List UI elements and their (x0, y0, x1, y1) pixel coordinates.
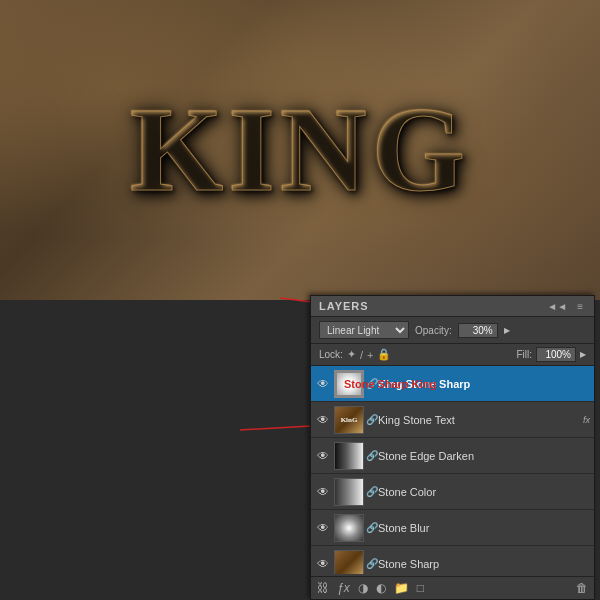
layer-chain: 🔗 (368, 514, 376, 542)
add-adjustment-button[interactable]: ◐ (376, 581, 386, 595)
eye-icon: 👁 (317, 377, 329, 391)
layers-panel-controls: ◄◄ ≡ (544, 301, 586, 312)
lock-paint-icon[interactable]: / (360, 349, 363, 361)
layers-panel: LAYERS ◄◄ ≡ NormalDissolveDarkenMultiply… (310, 295, 595, 600)
layer-visibility-toggle[interactable]: 👁 (315, 520, 331, 536)
eye-icon: 👁 (317, 449, 329, 463)
canvas-area: KING (0, 0, 600, 300)
opacity-label: Opacity: (415, 325, 452, 336)
layer-thumbnail (334, 478, 364, 506)
stone-texture: KING (0, 0, 600, 300)
layer-chain: 🔗 (368, 550, 376, 575)
layer-visibility-toggle[interactable]: 👁 (315, 556, 331, 572)
add-mask-button[interactable]: ◑ (358, 581, 368, 595)
layer-visibility-toggle[interactable]: 👁 (315, 376, 331, 392)
layer-name: Stone Sharp (378, 558, 590, 570)
layer-name: King Stone Sharp (378, 378, 590, 390)
layers-footer: ⛓ ƒx ◑ ◐ 📁 □ 🗑 (311, 576, 594, 599)
eye-icon: 👁 (317, 485, 329, 499)
layers-list: 👁 🔗 King Stone Sharp 👁 KlnG 🔗 (311, 366, 594, 574)
lock-pos-icon[interactable]: + (367, 349, 373, 361)
layer-chain: 🔗 (368, 370, 376, 398)
new-group-button[interactable]: 📁 (394, 581, 409, 595)
panel-menu-button[interactable]: ≡ (574, 301, 586, 312)
fx-badge: fx (583, 415, 590, 425)
link-layers-button[interactable]: ⛓ (317, 581, 329, 595)
layer-visibility-toggle[interactable]: 👁 (315, 448, 331, 464)
layer-item[interactable]: 👁 🔗 Stone Sharp (311, 546, 594, 574)
layer-visibility-toggle[interactable]: 👁 (315, 484, 331, 500)
layers-panel-title: LAYERS (319, 300, 369, 312)
delete-layer-button[interactable]: 🗑 (576, 581, 588, 595)
layer-name: King Stone Text (378, 414, 580, 426)
fill-arrow[interactable]: ▶ (580, 350, 586, 359)
opacity-value[interactable]: 30% (458, 323, 498, 338)
panel-collapse-button[interactable]: ◄◄ (544, 301, 570, 312)
layer-item[interactable]: 👁 🔗 Stone Blur (311, 510, 594, 546)
new-layer-button[interactable]: □ (417, 581, 424, 595)
layer-thumbnail (334, 442, 364, 470)
king-text: KING (130, 81, 470, 219)
layer-item[interactable]: 👁 🔗 Stone Edge Darken (311, 438, 594, 474)
fill-value[interactable]: 100% (536, 347, 576, 362)
eye-icon: 👁 (317, 521, 329, 535)
add-fx-button[interactable]: ƒx (337, 581, 350, 595)
opacity-arrow[interactable]: ▶ (504, 326, 510, 335)
layer-name: Stone Edge Darken (378, 450, 590, 462)
blend-mode-select[interactable]: NormalDissolveDarkenMultiplyColor BurnLi… (319, 321, 409, 339)
layer-thumbnail (334, 550, 364, 575)
layer-chain: 🔗 (368, 442, 376, 470)
layer-visibility-toggle[interactable]: 👁 (315, 412, 331, 428)
layer-chain: 🔗 (368, 406, 376, 434)
layer-name: Stone Color (378, 486, 590, 498)
eye-icon: 👁 (317, 557, 329, 571)
layer-thumbnail: KlnG (334, 406, 364, 434)
lock-label: Lock: (319, 349, 343, 360)
layer-thumbnail (334, 514, 364, 542)
eye-icon: 👁 (317, 413, 329, 427)
layer-thumbnail (334, 370, 364, 398)
layer-item[interactable]: 👁 🔗 Stone Color (311, 474, 594, 510)
layer-item[interactable]: 👁 KlnG 🔗 King Stone Text fx (311, 402, 594, 438)
layer-chain: 🔗 (368, 478, 376, 506)
lock-all-icon[interactable]: 🔒 (377, 348, 391, 361)
lock-fill-row: Lock: ✦ / + 🔒 Fill: 100% ▶ (311, 344, 594, 366)
fill-label: Fill: (516, 349, 532, 360)
layer-item[interactable]: 👁 🔗 King Stone Sharp (311, 366, 594, 402)
layers-panel-header: LAYERS ◄◄ ≡ (311, 296, 594, 317)
blend-opacity-row: NormalDissolveDarkenMultiplyColor BurnLi… (311, 317, 594, 344)
lock-move-icon[interactable]: ✦ (347, 348, 356, 361)
layer-name: Stone Blur (378, 522, 590, 534)
